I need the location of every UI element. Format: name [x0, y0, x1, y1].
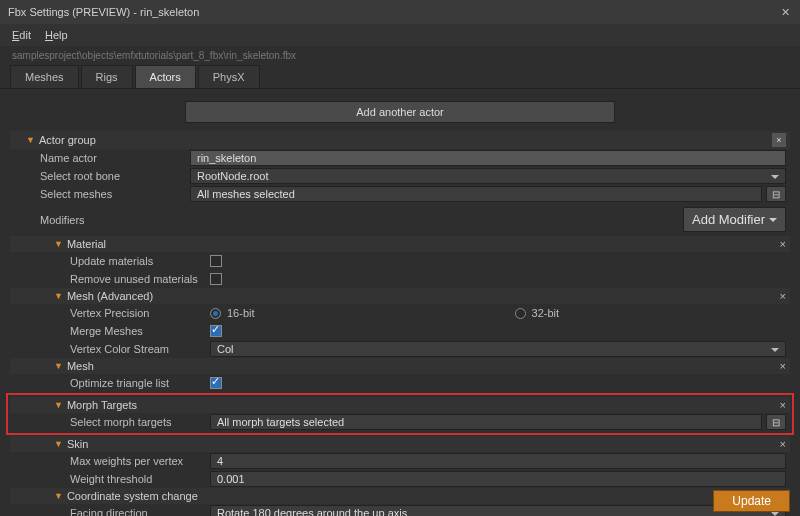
- row-select-meshes: Select meshes All meshes selected ⊟: [10, 185, 790, 203]
- label-max-weights: Max weights per vertex: [70, 455, 210, 467]
- section-mesh-advanced-label: Mesh (Advanced): [67, 290, 780, 302]
- section-mesh-label: Mesh: [67, 360, 780, 372]
- row-vertex-precision: Vertex Precision 16-bit 32-bit: [10, 304, 790, 322]
- label-update-materials: Update materials: [70, 255, 210, 267]
- row-max-weights: Max weights per vertex 4: [10, 452, 790, 470]
- chevron-down-icon: ▼: [26, 135, 35, 145]
- checkbox-optimize-triangle[interactable]: [210, 377, 222, 389]
- remove-actor-group-button[interactable]: ×: [772, 133, 786, 147]
- remove-skin-button[interactable]: ×: [780, 438, 786, 450]
- label-16bit: 16-bit: [227, 307, 255, 319]
- section-material-label: Material: [67, 238, 780, 250]
- combo-root-bone[interactable]: RootNode.root: [190, 168, 786, 184]
- label-weight-threshold: Weight threshold: [70, 473, 210, 485]
- radio-16bit[interactable]: [210, 308, 221, 319]
- tab-bar: Meshes Rigs Actors PhysX: [0, 65, 800, 89]
- label-facing-direction: Facing direction: [70, 507, 210, 516]
- tab-rigs[interactable]: Rigs: [81, 65, 133, 88]
- field-morph-targets: All morph targets selected: [210, 414, 762, 430]
- window-title: Fbx Settings (PREVIEW) - rin_skeleton: [8, 6, 778, 18]
- row-facing-direction: Facing direction Rotate 180 degrees arou…: [10, 504, 790, 516]
- input-name-actor[interactable]: rin_skeleton: [190, 150, 786, 166]
- chevron-down-icon: ▼: [54, 361, 63, 371]
- chevron-down-icon: ▼: [54, 439, 63, 449]
- section-actor-group-label: Actor group: [39, 134, 772, 146]
- section-coordinate-label: Coordinate system change: [67, 490, 780, 502]
- section-coordinate-system[interactable]: ▼ Coordinate system change ×: [10, 488, 790, 504]
- add-actor-button[interactable]: Add another actor: [185, 101, 615, 123]
- row-select-morph-targets: Select morph targets All morph targets s…: [10, 413, 790, 431]
- tab-actors[interactable]: Actors: [135, 65, 196, 88]
- morph-picker-button[interactable]: ⊟: [766, 414, 786, 430]
- section-actor-group[interactable]: ▼ Actor group ×: [10, 131, 790, 149]
- chevron-down-icon: ▼: [54, 400, 63, 410]
- row-weight-threshold: Weight threshold 0.001: [10, 470, 790, 488]
- menu-edit[interactable]: Edit: [12, 29, 31, 41]
- section-material[interactable]: ▼ Material ×: [10, 236, 790, 252]
- checkbox-remove-unused[interactable]: [210, 273, 222, 285]
- chevron-down-icon: ▼: [54, 491, 63, 501]
- section-skin[interactable]: ▼ Skin ×: [10, 436, 790, 452]
- close-icon[interactable]: ✕: [778, 6, 792, 19]
- section-morph-targets-label: Morph Targets: [67, 399, 780, 411]
- label-name-actor: Name actor: [40, 152, 190, 164]
- label-select-meshes: Select meshes: [40, 188, 190, 200]
- label-remove-unused: Remove unused materials: [70, 273, 210, 285]
- field-select-meshes: All meshes selected: [190, 186, 762, 202]
- input-weight-threshold[interactable]: 0.001: [210, 471, 786, 487]
- row-modifiers: Modifiers Add Modifier: [10, 203, 790, 236]
- row-optimize-triangle: Optimize triangle list: [10, 374, 790, 392]
- add-modifier-button[interactable]: Add Modifier: [683, 207, 786, 232]
- chevron-down-icon: ▼: [54, 291, 63, 301]
- section-mesh-advanced[interactable]: ▼ Mesh (Advanced) ×: [10, 288, 790, 304]
- file-path: samplesproject\objects\emfxtutorials\par…: [0, 46, 800, 65]
- checkbox-merge-meshes[interactable]: [210, 325, 222, 337]
- row-remove-unused: Remove unused materials: [10, 270, 790, 288]
- remove-mesh-advanced-button[interactable]: ×: [780, 290, 786, 302]
- row-name-actor: Name actor rin_skeleton: [10, 149, 790, 167]
- menu-bar: Edit Help: [0, 24, 800, 46]
- mesh-picker-button[interactable]: ⊟: [766, 186, 786, 202]
- checkbox-update-materials[interactable]: [210, 255, 222, 267]
- remove-mesh-button[interactable]: ×: [780, 360, 786, 372]
- label-select-morph-targets: Select morph targets: [70, 416, 210, 428]
- section-mesh[interactable]: ▼ Mesh ×: [10, 358, 790, 374]
- row-merge-meshes: Merge Meshes: [10, 322, 790, 340]
- footer: Update: [713, 490, 790, 512]
- row-vertex-color-stream: Vertex Color Stream Col: [10, 340, 790, 358]
- content-area: Add another actor ▼ Actor group × Name a…: [0, 89, 800, 516]
- label-root-bone: Select root bone: [40, 170, 190, 182]
- remove-material-button[interactable]: ×: [780, 238, 786, 250]
- radio-32bit[interactable]: [515, 308, 526, 319]
- label-merge-meshes: Merge Meshes: [70, 325, 210, 337]
- row-root-bone: Select root bone RootNode.root: [10, 167, 790, 185]
- input-max-weights[interactable]: 4: [210, 453, 786, 469]
- section-skin-label: Skin: [67, 438, 780, 450]
- remove-morph-targets-button[interactable]: ×: [780, 399, 786, 411]
- label-32bit: 32-bit: [532, 307, 560, 319]
- label-optimize-triangle: Optimize triangle list: [70, 377, 210, 389]
- morph-targets-highlight: ▼ Morph Targets × Select morph targets A…: [6, 393, 794, 435]
- label-modifiers: Modifiers: [40, 214, 683, 226]
- label-vertex-precision: Vertex Precision: [70, 307, 210, 319]
- tab-physx[interactable]: PhysX: [198, 65, 260, 88]
- combo-vertex-color-stream[interactable]: Col: [210, 341, 786, 357]
- title-bar: Fbx Settings (PREVIEW) - rin_skeleton ✕: [0, 0, 800, 24]
- menu-help[interactable]: Help: [45, 29, 68, 41]
- chevron-down-icon: ▼: [54, 239, 63, 249]
- row-update-materials: Update materials: [10, 252, 790, 270]
- section-morph-targets[interactable]: ▼ Morph Targets ×: [10, 397, 790, 413]
- tab-meshes[interactable]: Meshes: [10, 65, 79, 88]
- combo-facing-direction[interactable]: Rotate 180 degrees around the up axis: [210, 505, 786, 516]
- update-button[interactable]: Update: [713, 490, 790, 512]
- label-vertex-color-stream: Vertex Color Stream: [70, 343, 210, 355]
